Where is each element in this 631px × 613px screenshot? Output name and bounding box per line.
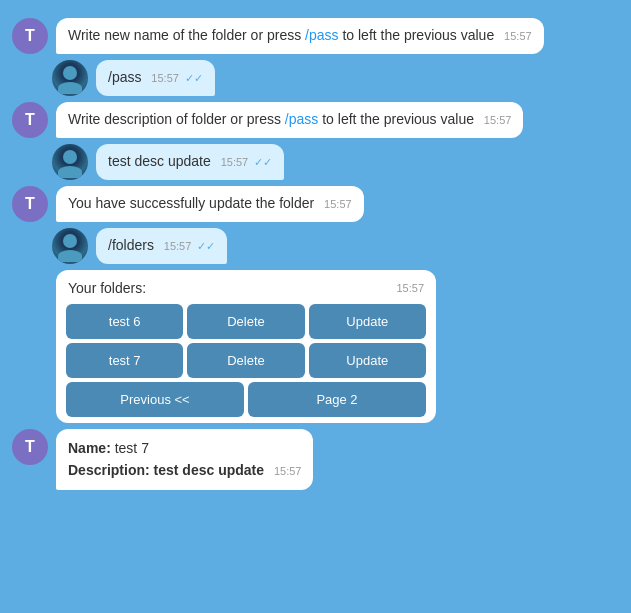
chat-container: T Write new name of the folder or press … xyxy=(0,10,631,498)
message-row-5: T You have successfully update the folde… xyxy=(12,186,619,222)
bot-avatar-8: T xyxy=(12,429,48,465)
msg3-text: Write description of folder or press /pa… xyxy=(68,111,474,127)
bubble-1: Write new name of the folder or press /p… xyxy=(56,18,544,54)
user-avatar-6 xyxy=(52,228,88,264)
info-desc-row: Description: test desc update 15:57 xyxy=(68,459,301,481)
folder-test6-button[interactable]: test 6 xyxy=(66,304,183,339)
folders-bubble: Your folders: 15:57 test 6 Delete Update… xyxy=(56,270,436,423)
msg1-time: 15:57 xyxy=(504,30,532,42)
msg4-text: test desc update xyxy=(108,153,211,169)
desc-label: Description: xyxy=(68,462,150,478)
message-row-2: /pass 15:57 ✓✓ xyxy=(12,60,619,96)
msg8-time: 15:57 xyxy=(274,465,302,477)
bubble-6: /folders 15:57 ✓✓ xyxy=(96,228,227,264)
msg4-time: 15:57 xyxy=(221,156,249,168)
msg6-time: 15:57 xyxy=(164,240,192,252)
bubble-8: Name: test 7 Description: test desc upda… xyxy=(56,429,313,490)
bot-avatar-5: T xyxy=(12,186,48,222)
folder-test7-button[interactable]: test 7 xyxy=(66,343,183,378)
msg1-link: /pass xyxy=(305,27,338,43)
msg2-text: /pass xyxy=(108,69,141,85)
msg1-text: Write new name of the folder or press /p… xyxy=(68,27,494,43)
msg6-checks: ✓✓ xyxy=(197,240,215,252)
folder-row-2: test 7 Delete Update xyxy=(66,343,426,378)
bubble-3: Write description of folder or press /pa… xyxy=(56,102,523,138)
message-row-8: T Name: test 7 Description: test desc up… xyxy=(12,429,619,490)
bubble-4: test desc update 15:57 ✓✓ xyxy=(96,144,284,180)
bubble-5: You have successfully update the folder … xyxy=(56,186,364,222)
update-test6-button[interactable]: Update xyxy=(309,304,426,339)
bot-avatar-3: T xyxy=(12,102,48,138)
folders-title: Your folders: xyxy=(68,280,146,296)
delete-test7-button[interactable]: Delete xyxy=(187,343,304,378)
bot-avatar-1: T xyxy=(12,18,48,54)
info-name-row: Name: test 7 xyxy=(68,437,301,459)
desc-value: test desc update xyxy=(154,462,264,478)
msg3-link: /pass xyxy=(285,111,318,127)
message-row-3: T Write description of folder or press /… xyxy=(12,102,619,138)
msg2-checks: ✓✓ xyxy=(185,72,203,84)
user-avatar-2 xyxy=(52,60,88,96)
message-row-6: /folders 15:57 ✓✓ xyxy=(12,228,619,264)
page2-button[interactable]: Page 2 xyxy=(248,382,426,417)
folders-nav: Previous << Page 2 xyxy=(66,382,426,417)
message-row-4: test desc update 15:57 ✓✓ xyxy=(12,144,619,180)
user-avatar-4 xyxy=(52,144,88,180)
folder-row-1: test 6 Delete Update xyxy=(66,304,426,339)
msg3-time: 15:57 xyxy=(484,114,512,126)
message-row-1: T Write new name of the folder or press … xyxy=(12,18,619,54)
folders-header: Your folders: 15:57 xyxy=(66,280,426,296)
update-test7-button[interactable]: Update xyxy=(309,343,426,378)
msg2-time: 15:57 xyxy=(151,72,179,84)
msg4-checks: ✓✓ xyxy=(254,156,272,168)
previous-button[interactable]: Previous << xyxy=(66,382,244,417)
folders-time: 15:57 xyxy=(396,282,424,294)
delete-test6-button[interactable]: Delete xyxy=(187,304,304,339)
bubble-2: /pass 15:57 ✓✓ xyxy=(96,60,215,96)
msg5-time: 15:57 xyxy=(324,198,352,210)
msg6-text: /folders xyxy=(108,237,154,253)
name-value: test 7 xyxy=(115,440,149,456)
name-label: Name: xyxy=(68,440,111,456)
msg5-text: You have successfully update the folder xyxy=(68,195,314,211)
